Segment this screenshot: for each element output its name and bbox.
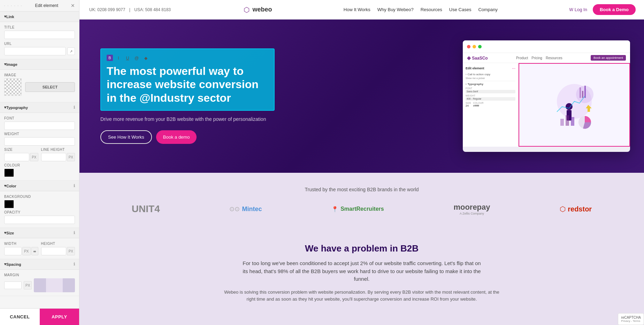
mockup-nav-pricing: Pricing <box>531 56 542 60</box>
nav-use-cases[interactable]: Use Cases <box>449 7 472 12</box>
nav-resources[interactable]: Resources <box>421 7 442 12</box>
see-how-button[interactable]: See How It Works <box>100 130 152 144</box>
recaptcha-badge: reCAPTCHA Privacy - Terms <box>618 313 644 317</box>
mockup-edit-title: Edit element <box>466 67 484 70</box>
size-label: SIZE <box>4 148 38 152</box>
weight-select[interactable] <box>4 137 75 146</box>
height-label: HEIGHT <box>41 242 75 246</box>
image-section-header[interactable]: ▾ Image <box>0 59 79 70</box>
title-input[interactable] <box>4 31 75 39</box>
login-link[interactable]: W Log In <box>569 7 587 12</box>
margin-label: MARGIN <box>4 273 75 277</box>
color-section-header[interactable]: ▾ Color ℹ <box>0 181 79 191</box>
special-button[interactable]: ◆ <box>142 55 149 62</box>
close-button[interactable]: ✕ <box>71 3 75 8</box>
hero-demo-button[interactable]: Book a demo <box>156 130 197 144</box>
bold-button[interactable]: B <box>107 55 113 61</box>
hero-buttons: See How It Works Book a demo <box>100 130 275 144</box>
width-input[interactable]: 795 <box>4 247 22 255</box>
line-height-unit: PX <box>67 153 75 161</box>
width-field-with-unit: 795 PX ∞ <box>4 247 38 255</box>
spacing-section-content: MARGIN 0 PX <box>0 270 79 296</box>
typography-section-label: Typography <box>6 106 28 110</box>
contact-info: UK: 0208 099 9077 | USA: 508 484 8183 <box>88 7 172 12</box>
margin-unit: PX <box>24 281 32 289</box>
colour-swatch[interactable] <box>4 169 14 177</box>
main-content: UK: 0208 099 9077 | USA: 508 484 8183 ⬡ … <box>79 0 644 317</box>
nav-company[interactable]: Company <box>478 7 498 12</box>
background-label: BACKGROUND <box>4 195 75 199</box>
italic-button[interactable]: I <box>115 55 122 62</box>
mockup-illustration <box>550 77 599 133</box>
url-label: URL <box>4 42 75 46</box>
image-section-label: Image <box>6 62 17 67</box>
brand-moorepay-text: moorepay <box>453 203 490 211</box>
image-select-button[interactable]: SELECT <box>25 82 75 92</box>
color-section-content: BACKGROUND OPACITY <box>0 191 79 228</box>
font-select[interactable] <box>4 122 75 130</box>
uk-phone: UK: 0208 099 9077 <box>89 7 125 12</box>
url-input[interactable] <box>4 47 66 55</box>
size-input[interactable]: 43 <box>4 153 29 161</box>
brands-logos: UNIT4 ⊙⊙ Mintec 📍 SmartRecruiters moorep… <box>100 203 623 215</box>
url-external-button[interactable]: ↗ <box>67 47 75 55</box>
cancel-button[interactable]: CANCEL <box>0 309 40 317</box>
drag-handle[interactable]: · · · · · · <box>4 4 23 8</box>
mockup-hero-area <box>519 63 630 147</box>
size-row: SIZE 43 PX LINE HEIGHT 52 PX <box>4 148 75 161</box>
mockup-nav-product: Product <box>516 56 528 60</box>
mockup-appointment-button[interactable]: Book an appointment <box>591 55 626 61</box>
spacing-section-header[interactable]: ▾ Spacing ℹ <box>0 259 79 270</box>
mockup-weight-label: WEIGHT <box>466 94 515 97</box>
apply-button[interactable]: APPLY <box>40 309 79 317</box>
hero-editor-toolbar: B I U @ ◆ <box>107 55 268 62</box>
book-demo-button[interactable]: Book a Demo <box>593 4 636 15</box>
image-section-content: IMAGE SELECT <box>0 70 79 102</box>
window-dot-red <box>467 45 470 48</box>
window-dot-green <box>478 45 482 48</box>
nav-why-buy[interactable]: Why Buy Webeo? <box>377 7 414 12</box>
weight-label: WEIGHT <box>4 132 75 136</box>
size-unit: PX <box>30 153 38 161</box>
font-label: FONT <box>4 116 75 120</box>
brand-redstor: ⬡ redstor <box>560 205 592 213</box>
edit-panel-header: · · · · · · Edit element ✕ <box>0 0 79 11</box>
top-right-area: W Log In Book a Demo <box>569 4 636 15</box>
margin-input[interactable]: 0 <box>4 281 22 289</box>
typography-section-content: FONT WEIGHT SIZE 43 PX LINE HEIGHT <box>0 113 79 181</box>
colour-row <box>4 169 75 177</box>
spacing-section-label: Spacing <box>6 262 21 266</box>
nav-how-it-works[interactable]: How It Works <box>344 7 370 12</box>
size-section-label: Size <box>6 231 14 235</box>
color-info-icon: ℹ <box>74 184 75 188</box>
link-section-header[interactable]: ▾ Link <box>0 11 79 22</box>
height-input[interactable]: 114 <box>41 247 66 255</box>
mockup-size-value: 24 <box>466 104 471 107</box>
image-thumbnail <box>4 78 22 96</box>
svg-rect-3 <box>582 91 583 98</box>
edit-panel-body: ▾ Link TITLE URL ↗ ▾ Image IMAGE SELECT <box>0 11 79 308</box>
size-section-header[interactable]: ▾ Size ℹ <box>0 228 79 238</box>
height-field-with-unit: 114 PX <box>41 247 75 255</box>
mockup-left-panel: Edit element ··· › Call to action copy S… <box>463 63 519 147</box>
brand-moorepay-sub: A Zellis Company <box>453 212 490 215</box>
underline-button[interactable]: U <box>124 55 131 62</box>
hero-left: B I U @ ◆ The most powerful way to incre… <box>100 48 275 144</box>
size-field-with-unit: 43 PX <box>4 153 38 161</box>
typography-section-header[interactable]: ▾ Typography ℹ <box>0 102 79 113</box>
opacity-input[interactable] <box>4 216 75 224</box>
logo-area: ⬡ webeo <box>244 6 272 14</box>
brands-section: Trusted by the most exciting B2B brands … <box>79 173 644 229</box>
logo-text: webeo <box>252 6 272 13</box>
at-button[interactable]: @ <box>133 55 140 62</box>
background-color-swatch[interactable] <box>4 200 14 208</box>
color-section-label: Color <box>6 184 16 188</box>
saasco-logo-text: SaaSCo <box>472 56 488 61</box>
brand-mintec: ⊙⊙ Mintec <box>229 205 262 213</box>
mockup-colour-label: COLOUR <box>473 102 484 104</box>
problem-text: For too long we've been conditioned to a… <box>240 260 484 283</box>
width-auto[interactable]: ∞ <box>31 247 38 255</box>
line-height-input[interactable]: 52 <box>41 153 66 161</box>
title-label: TITLE <box>4 25 75 29</box>
main-nav: How It Works Why Buy Webeo? Resources Us… <box>344 7 498 12</box>
